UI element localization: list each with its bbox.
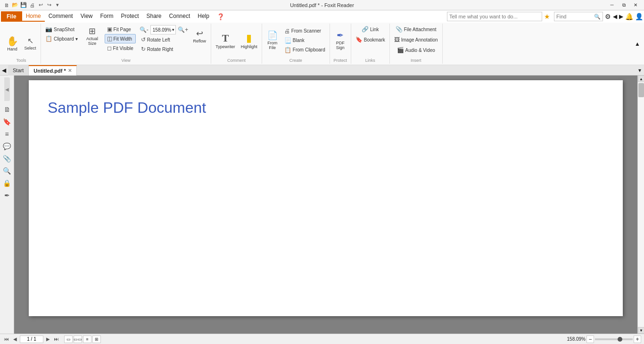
menu-help[interactable]: Help bbox=[194, 11, 213, 22]
blank-button[interactable]: 📃 Blank bbox=[282, 36, 328, 45]
sidebar-bookmark-btn[interactable]: 🔖 bbox=[1, 116, 13, 127]
sidebar-search-btn[interactable]: 🔍 bbox=[1, 165, 13, 176]
hand-label: Hand bbox=[7, 47, 17, 51]
pdf-viewer[interactable]: Sample PDF Document bbox=[14, 76, 637, 334]
quick-access-toolbar[interactable]: 🗎 📂 💾 🖨 ↩ ↪ ▾ bbox=[3, 1, 61, 9]
file-attachment-button[interactable]: 📎 File Attachment bbox=[393, 25, 439, 34]
scroll-up-button[interactable]: ▲ bbox=[638, 76, 644, 82]
qa-print[interactable]: 🖨 bbox=[28, 1, 36, 9]
sidebar-attachments-btn[interactable]: 📎 bbox=[1, 153, 13, 164]
zoom-out-button[interactable]: 🔍- bbox=[139, 26, 149, 33]
clipboard-button[interactable]: 📋 Clipboard ▾ bbox=[43, 34, 80, 43]
tell-me-search[interactable] bbox=[447, 12, 542, 21]
fit-visible-button[interactable]: ◻ Fit Visible bbox=[105, 43, 136, 53]
tab-more-button[interactable]: ▾ bbox=[636, 67, 644, 74]
view-scroll-button[interactable]: ≡ bbox=[83, 336, 91, 343]
find-search[interactable]: 🔍 bbox=[554, 12, 603, 21]
user-icon[interactable]: 👤 bbox=[635, 13, 643, 20]
menu-protect[interactable]: Protect bbox=[117, 11, 143, 22]
link-button[interactable]: 🔗 Link bbox=[359, 25, 381, 34]
window-controls[interactable]: ─ ⧉ ✕ bbox=[606, 1, 641, 9]
actual-size-button[interactable]: ⊞ ActualSize bbox=[83, 25, 102, 48]
zoom-in-button[interactable]: 🔍+ bbox=[177, 26, 189, 33]
first-page-button[interactable]: ⏮ bbox=[3, 336, 10, 343]
rotate-left-button[interactable]: ↺ Rotate Left bbox=[139, 35, 190, 44]
pdf-page: Sample PDF Document bbox=[29, 80, 623, 316]
qa-customize[interactable]: ▾ bbox=[54, 1, 61, 9]
select-button[interactable]: ↖ Select bbox=[22, 27, 39, 60]
zoom-slider[interactable] bbox=[595, 338, 633, 340]
from-clipboard-button[interactable]: 📋 From Clipboard bbox=[282, 45, 328, 55]
zoom-slider-thumb[interactable] bbox=[618, 337, 622, 342]
scroll-down-button[interactable]: ▼ bbox=[638, 327, 644, 334]
comment-group-label: Comment bbox=[211, 58, 262, 63]
next-page-button[interactable]: ▶ bbox=[44, 336, 52, 343]
menu-form[interactable]: Form bbox=[97, 11, 117, 22]
from-scanner-button[interactable]: 🖨 From Scanner bbox=[282, 26, 328, 36]
image-annotation-button[interactable]: 🖼 Image Annotation bbox=[392, 35, 440, 44]
tell-me-input[interactable] bbox=[447, 14, 542, 19]
tab-untitled-close[interactable]: ✕ bbox=[68, 68, 72, 73]
view-double-button[interactable]: ▭▭ bbox=[74, 336, 82, 343]
vertical-scrollbar[interactable]: ▲ ▼ bbox=[637, 76, 644, 334]
sidebar-comments-btn[interactable]: 💬 bbox=[1, 141, 13, 152]
menu-share[interactable]: Share bbox=[143, 11, 165, 22]
snapshot-button[interactable]: 📷 SnapShot bbox=[43, 25, 80, 34]
find-input[interactable] bbox=[554, 14, 592, 19]
close-button[interactable]: ✕ bbox=[630, 1, 641, 9]
sidebar-page-btn[interactable]: 🗎 bbox=[1, 104, 13, 115]
view-single-button[interactable]: ▭ bbox=[64, 336, 73, 343]
minimize-button[interactable]: ─ bbox=[606, 1, 618, 9]
sidebar-layers-btn[interactable]: ≡ bbox=[1, 128, 13, 140]
qa-redo[interactable]: ↪ bbox=[45, 1, 53, 9]
create-group: 📄 FromFile 🖨 From Scanner 📃 Blank 📋 From… bbox=[262, 24, 330, 64]
ribbon-collapse[interactable]: ▲ bbox=[633, 24, 642, 64]
qa-undo[interactable]: ↩ bbox=[37, 1, 44, 9]
sidebar-sign-btn[interactable]: ✒ bbox=[1, 190, 13, 201]
hand-button[interactable]: ✋ Hand bbox=[4, 27, 21, 60]
zoom-plus-button[interactable]: + bbox=[634, 336, 641, 343]
bookmark-button[interactable]: 🔖 Bookmark bbox=[353, 35, 388, 44]
tab-start[interactable]: Start bbox=[8, 65, 29, 76]
back-icon[interactable]: ◀ bbox=[613, 13, 617, 20]
qa-new[interactable]: 🗎 bbox=[3, 1, 10, 9]
audio-video-button[interactable]: 🎬 Audio & Video bbox=[395, 45, 438, 55]
restore-button[interactable]: ⧉ bbox=[618, 1, 629, 9]
fit-page-button[interactable]: ▣ Fit Page bbox=[105, 25, 136, 34]
forward-icon[interactable]: ▶ bbox=[619, 13, 623, 20]
find-icon[interactable]: 🔍 bbox=[592, 14, 603, 20]
qa-save[interactable]: 💾 bbox=[20, 1, 27, 9]
menu-comment[interactable]: Comment bbox=[45, 11, 77, 22]
notify-icon[interactable]: 🔔 bbox=[625, 13, 633, 20]
from-file-button[interactable]: 📄 FromFile bbox=[264, 29, 281, 52]
file-menu[interactable]: File bbox=[1, 11, 22, 22]
fit-width-button[interactable]: ◫ Fit Width bbox=[105, 34, 136, 43]
prev-page-button[interactable]: ◀ bbox=[11, 336, 19, 343]
page-number-input[interactable] bbox=[20, 336, 43, 343]
view-spread-button[interactable]: ⊞ bbox=[92, 336, 101, 343]
qa-open[interactable]: 📂 bbox=[11, 1, 19, 9]
reflow-button[interactable]: ↩ Reflow bbox=[190, 25, 209, 48]
favorites-icon[interactable]: ★ bbox=[544, 13, 550, 20]
highlight-button[interactable]: ▮ Highlight bbox=[239, 25, 260, 58]
pdf-sign-button[interactable]: ✒ PDFSign bbox=[332, 29, 349, 52]
scroll-track[interactable] bbox=[638, 82, 644, 327]
sidebar-toggle[interactable]: ◀ bbox=[4, 77, 10, 101]
ribbon-collapse-icon[interactable]: ▲ bbox=[635, 41, 640, 47]
rotate-right-button[interactable]: ↻ Rotate Right bbox=[139, 44, 190, 54]
zoom-dropdown-icon[interactable]: ▾ bbox=[172, 27, 174, 32]
tab-scroll-left[interactable]: ◀ bbox=[0, 67, 8, 74]
menu-connect[interactable]: Connect bbox=[165, 11, 194, 22]
link-label: Link bbox=[370, 27, 379, 32]
zoom-selector[interactable]: 158.09% ▾ bbox=[150, 25, 176, 34]
scroll-thumb[interactable] bbox=[638, 83, 644, 97]
menu-home[interactable]: Home bbox=[22, 11, 45, 22]
zoom-minus-button[interactable]: − bbox=[586, 336, 594, 343]
menu-view[interactable]: View bbox=[77, 11, 97, 22]
last-page-button[interactable]: ⏭ bbox=[53, 336, 60, 343]
fit-width-icon: ◫ bbox=[107, 35, 112, 42]
sidebar-lock-btn[interactable]: 🔒 bbox=[1, 177, 13, 189]
tab-untitled[interactable]: Untitled.pdf * ✕ bbox=[29, 65, 76, 76]
settings-icon[interactable]: ⚙ bbox=[605, 13, 611, 20]
typewriter-button[interactable]: T Typewriter bbox=[213, 25, 238, 58]
